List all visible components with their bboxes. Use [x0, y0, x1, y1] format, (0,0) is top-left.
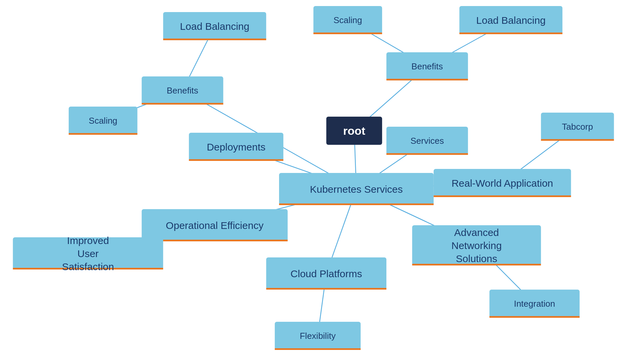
node-label-advanced_networking-line0: Advanced	[454, 227, 499, 238]
node-scaling_left[interactable]: Scaling	[69, 107, 138, 135]
node-label-cloud_platforms: Cloud Platforms	[290, 268, 362, 279]
node-label-improved_user_satisfaction-line1: User	[77, 248, 99, 259]
svg-rect-21	[142, 103, 223, 105]
node-label-real_world_application: Real-World Application	[451, 178, 553, 189]
node-scaling_right[interactable]: Scaling	[313, 6, 382, 34]
node-label-advanced_networking-line2: Solutions	[456, 253, 497, 264]
svg-rect-23	[163, 39, 266, 40]
svg-rect-43	[386, 153, 468, 155]
svg-rect-37	[386, 79, 468, 80]
node-label-improved_user_satisfaction-line2: Satisfaction	[62, 261, 114, 272]
node-load_balancing_right[interactable]: Load Balancing	[460, 6, 562, 34]
node-services[interactable]: Services	[386, 127, 468, 155]
node-root[interactable]: root	[326, 117, 382, 145]
node-label-load_balancing_left: Load Balancing	[180, 21, 250, 32]
svg-rect-47	[541, 139, 614, 141]
node-label-kubernetes_services: Kubernetes Services	[310, 184, 403, 195]
node-label-improved_user_satisfaction-line0: Improved	[67, 235, 109, 246]
node-advanced_networking[interactable]: AdvancedNetworkingSolutions	[412, 225, 541, 265]
svg-rect-45	[434, 195, 571, 197]
node-kubernetes_services[interactable]: Kubernetes Services	[279, 173, 434, 205]
svg-rect-39	[313, 33, 382, 34]
node-label-tabcorp: Tabcorp	[562, 122, 593, 132]
node-label-load_balancing_right: Load Balancing	[476, 15, 546, 26]
node-integration[interactable]: Integration	[489, 290, 580, 318]
node-label-root: root	[343, 124, 365, 137]
node-cloud_platforms[interactable]: Cloud Platforms	[266, 257, 386, 290]
node-label-scaling_left: Scaling	[89, 116, 117, 126]
svg-rect-33	[266, 288, 386, 290]
node-label-benefits_left: Benefits	[167, 85, 198, 96]
node-label-deployments: Deployments	[207, 141, 265, 153]
node-label-flexibility: Flexibility	[300, 331, 336, 341]
svg-rect-29	[142, 240, 287, 241]
svg-rect-35	[275, 348, 361, 350]
node-load_balancing_left[interactable]: Load Balancing	[163, 12, 266, 40]
node-deployments[interactable]: Deployments	[189, 133, 283, 161]
node-label-scaling_right: Scaling	[333, 15, 362, 25]
node-label-services: Services	[411, 136, 444, 146]
node-benefits_right[interactable]: Benefits	[386, 52, 468, 80]
svg-rect-51	[489, 316, 580, 318]
node-label-integration: Integration	[514, 299, 555, 309]
node-benefits_left[interactable]: Benefits	[142, 76, 223, 105]
node-label-benefits_right: Benefits	[412, 61, 443, 71]
node-improved_user_satisfaction[interactable]: ImprovedUserSatisfaction	[13, 235, 163, 272]
node-tabcorp[interactable]: Tabcorp	[541, 113, 614, 141]
svg-rect-41	[460, 33, 562, 34]
node-label-operational_efficiency: Operational Efficiency	[166, 220, 263, 231]
svg-rect-27	[189, 159, 283, 161]
mind-map-canvas: rootKubernetes ServicesBenefitsLoad Bala…	[0, 0, 644, 362]
svg-rect-49	[412, 264, 541, 265]
node-flexibility[interactable]: Flexibility	[275, 322, 361, 350]
node-real_world_application[interactable]: Real-World Application	[434, 169, 571, 197]
svg-rect-25	[69, 133, 138, 135]
node-label-advanced_networking-line1: Networking	[451, 240, 502, 251]
svg-rect-19	[279, 203, 434, 205]
node-operational_efficiency[interactable]: Operational Efficiency	[142, 209, 287, 241]
